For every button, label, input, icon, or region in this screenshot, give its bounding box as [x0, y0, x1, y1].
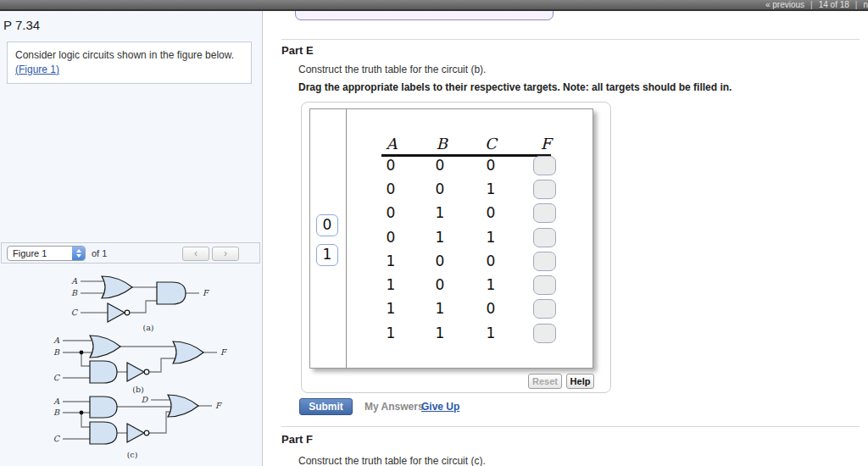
drag-label-1[interactable]: 1 — [316, 244, 338, 266]
and-gate — [90, 361, 117, 383]
table-row: 0 0 1 — [378, 178, 565, 202]
assignment-counter: 14 of 18 — [819, 0, 849, 9]
submit-button[interactable]: Submit — [299, 398, 353, 415]
cell-c: 0 — [478, 297, 504, 319]
problem-sidebar: P 7.34 Consider logic circuits shown in … — [0, 11, 263, 466]
label-strip-divider — [346, 109, 347, 368]
cell-c: 1 — [478, 274, 504, 296]
cell-c: 1 — [478, 178, 504, 200]
table-row: 0 1 1 — [378, 226, 565, 250]
drag-drop-activity: 0 1 A B C F 0 0 0 0 0 1 0 — [301, 102, 611, 393]
drop-target-f[interactable] — [533, 180, 556, 199]
problem-statement-box: Consider logic circuits shown in the fig… — [7, 42, 252, 84]
cell-b: 0 — [427, 178, 453, 200]
cell-a: 1 — [378, 322, 403, 344]
input-label-a: A — [53, 397, 60, 406]
truth-table-canvas: 0 1 A B C F 0 0 0 0 0 1 0 — [309, 108, 593, 369]
part-e-instruction: Construct the truth table for the circui… — [298, 64, 486, 75]
input-label-c: C — [53, 373, 61, 382]
input-label-c: C — [71, 308, 79, 317]
header-a: A — [378, 135, 405, 153]
drop-target-f[interactable] — [533, 275, 556, 295]
help-button[interactable]: Help — [566, 374, 594, 389]
drop-target-f[interactable] — [533, 299, 556, 319]
input-label-b: B — [53, 408, 60, 417]
section-divider — [281, 426, 860, 427]
cell-a: 1 — [378, 274, 403, 296]
table-row: 0 0 0 — [378, 154, 565, 178]
part-f-instruction: Construct the truth table for the circui… — [298, 455, 486, 466]
part-e-title: Part E — [281, 44, 314, 57]
drop-target-f[interactable] — [533, 324, 556, 343]
and-gate — [90, 422, 117, 444]
table-row: 1 0 0 — [378, 250, 565, 274]
header-f: F — [532, 135, 559, 153]
reset-button[interactable]: Reset — [528, 374, 562, 389]
header-c: C — [477, 135, 504, 153]
top-nav-bar: « previous|14 of 18|n — [0, 0, 868, 11]
truth-table-header: A B C F — [378, 135, 565, 155]
cell-a: 0 — [378, 226, 403, 248]
cell-a: 0 — [378, 178, 403, 200]
input-label-c: C — [53, 434, 61, 443]
not-gate — [127, 363, 144, 381]
drop-target-f[interactable] — [533, 156, 556, 175]
previous-link[interactable]: « previous — [765, 0, 804, 9]
input-label-a: A — [70, 276, 78, 286]
figure-prev-button[interactable]: ‹ — [182, 247, 209, 261]
figure-next-button[interactable]: › — [212, 247, 239, 261]
or-gate — [102, 276, 132, 298]
or-gate — [173, 341, 203, 363]
cell-c: 1 — [478, 226, 504, 248]
cell-b: 1 — [427, 322, 453, 344]
drag-label-0[interactable]: 0 — [316, 214, 338, 236]
or-gate — [168, 395, 198, 417]
figure-caption-a: (a) — [142, 323, 153, 332]
not-gate — [127, 424, 144, 442]
table-row: 0 1 0 — [378, 202, 565, 225]
my-answers-button[interactable]: My Answers — [364, 401, 424, 413]
nav-separator: | — [810, 0, 813, 9]
and-gate — [157, 282, 186, 304]
wire-label-d: D — [141, 395, 148, 404]
drag-note: Drag the appropriate labels to their res… — [298, 81, 732, 93]
stepper-down-icon — [76, 254, 81, 258]
cell-c: 0 — [478, 250, 504, 272]
drop-target-f[interactable] — [533, 203, 556, 223]
chevron-right-icon: › — [224, 247, 227, 259]
cell-b: 0 — [427, 154, 453, 176]
figure-caption-c: (c) — [127, 450, 138, 459]
table-row: 1 1 0 — [378, 297, 565, 321]
problem-intro-text: Consider logic circuits shown in the fig… — [15, 49, 234, 61]
drop-target-f[interactable] — [533, 252, 556, 271]
cell-b: 1 — [427, 226, 453, 248]
circuit-figure-a: A B C F (a) — [64, 270, 243, 333]
cell-b: 1 — [427, 297, 453, 319]
drop-target-f[interactable] — [533, 228, 556, 247]
figure-select-dropdown[interactable]: Figure 1 — [7, 246, 86, 261]
inverter-bubble — [125, 310, 130, 315]
problem-id: P 7.34 — [3, 18, 40, 32]
cell-b: 1 — [427, 202, 453, 224]
cell-b: 0 — [427, 250, 453, 272]
output-label-f: F — [203, 288, 209, 297]
figure-count-label: of 1 — [92, 248, 107, 258]
circuit-figure-c: A B C D F (c) — [49, 393, 254, 464]
table-row: 1 1 1 — [378, 322, 565, 346]
circuit-figure-b: A B C F (b) — [49, 332, 254, 395]
next-link[interactable]: n — [863, 0, 868, 9]
input-label-b: B — [53, 347, 60, 357]
figure-link[interactable]: (Figure 1) — [15, 64, 59, 75]
header-b: B — [428, 135, 455, 153]
nav-separator: | — [855, 0, 858, 9]
chevron-left-icon: ‹ — [194, 247, 198, 259]
figure-selector-bar: Figure 1 of 1 ‹ › — [1, 242, 260, 264]
give-up-link[interactable]: Give Up — [421, 401, 459, 413]
cell-a: 1 — [378, 250, 403, 272]
cell-a: 0 — [378, 154, 403, 176]
output-label-f: F — [220, 347, 227, 357]
cell-c: 0 — [478, 154, 504, 176]
output-label-f: F — [215, 401, 222, 410]
and-gate — [90, 397, 117, 418]
cell-c: 0 — [478, 202, 504, 224]
